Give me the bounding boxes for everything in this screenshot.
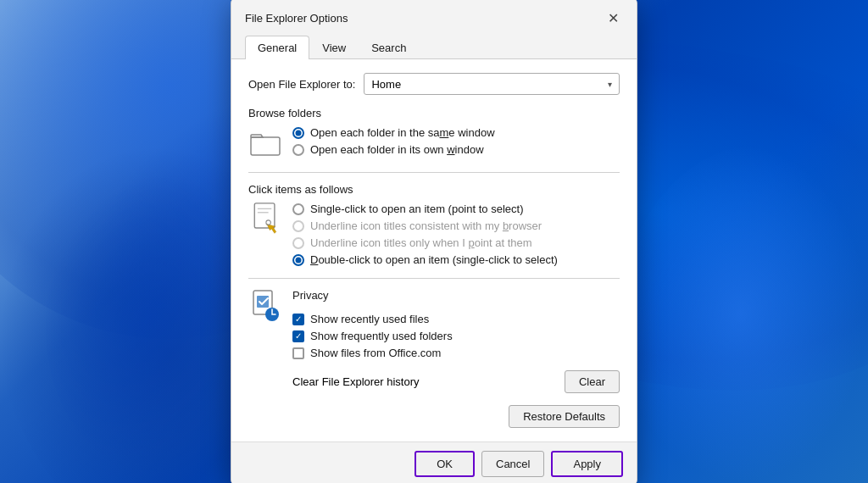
restore-defaults-row: Restore Defaults (248, 405, 620, 428)
click-option-double-label: Double-click to open an item (single-cli… (310, 253, 558, 266)
privacy-section: Privacy ✓ Show recently used files ✓ Sho… (248, 289, 620, 393)
privacy-option-frequent-folders[interactable]: ✓ Show frequently used folders (292, 330, 620, 342)
click-items-content: Single-click to open an item (point to s… (248, 203, 620, 266)
divider-1 (248, 172, 620, 173)
radio-double-click[interactable] (292, 254, 304, 266)
tab-view[interactable]: View (309, 36, 359, 59)
privacy-option-office-files-label: Show files from Office.com (310, 347, 441, 359)
privacy-options: Privacy ✓ Show recently used files ✓ Sho… (292, 289, 620, 393)
svg-rect-0 (251, 137, 280, 155)
click-items-options: Single-click to open an item (point to s… (292, 203, 558, 266)
open-file-explorer-select[interactable]: Home ▾ (364, 73, 620, 95)
privacy-option-office-files[interactable]: Show files from Office.com (292, 347, 620, 359)
dialog-body: Open File Explorer to: Home ▾ Browse fol… (231, 58, 637, 441)
checkbox-frequent-folders[interactable]: ✓ (292, 330, 304, 342)
click-option-single-label: Single-click to open an item (point to s… (310, 203, 523, 215)
privacy-option-recent-files-label: Show recently used files (310, 313, 429, 325)
click-option-underline-point: Underline icon titles only when I point … (292, 236, 558, 249)
open-file-explorer-value: Home (371, 78, 401, 91)
dialog-footer: OK Cancel Apply (231, 441, 637, 483)
checkbox-office-files[interactable] (292, 347, 304, 359)
apply-button[interactable]: Apply (551, 451, 623, 477)
click-option-underline-browser: Underline icon titles consistent with my… (292, 219, 558, 232)
open-file-explorer-row: Open File Explorer to: Home ▾ (248, 73, 620, 95)
privacy-option-frequent-folders-label: Show frequently used folders (310, 330, 453, 342)
click-option-underline-point-label: Underline icon titles only when I point … (310, 236, 532, 249)
radio-own-window[interactable] (292, 144, 304, 156)
clear-history-label: Clear File Explorer history (292, 375, 420, 388)
radio-same-window[interactable] (292, 127, 304, 139)
browse-option-own-window-label: Open each folder in its own window (310, 143, 484, 156)
privacy-title: Privacy (292, 289, 620, 302)
chevron-down-icon: ▾ (608, 80, 612, 89)
dialog-title: File Explorer Options (245, 12, 348, 25)
click-items-section: Click items as follows (248, 183, 620, 266)
radio-single-click[interactable] (292, 203, 304, 215)
checkbox-recent-files[interactable]: ✓ (292, 314, 304, 325)
radio-underline-point (292, 237, 304, 249)
file-explorer-options-dialog: File Explorer Options ✕ General View Sea… (231, 0, 637, 483)
browse-option-same-window[interactable]: Open each folder in the same window (292, 126, 495, 139)
ok-button[interactable]: OK (415, 451, 475, 477)
divider-2 (248, 278, 620, 279)
click-icon (248, 203, 282, 236)
click-option-underline-browser-label: Underline icon titles consistent with my… (310, 219, 542, 232)
browse-folders-options: Open each folder in the same window Open… (292, 126, 495, 156)
tab-search[interactable]: Search (359, 36, 419, 59)
clear-button[interactable]: Clear (565, 370, 620, 393)
cancel-button[interactable]: Cancel (481, 451, 544, 477)
browse-folders-section: Browse folders Open each folder in the s… (248, 107, 620, 160)
tab-general[interactable]: General (245, 36, 309, 59)
privacy-content: Privacy ✓ Show recently used files ✓ Sho… (248, 289, 620, 393)
tabs-container: General View Search (231, 28, 637, 58)
dialog-overlay: File Explorer Options ✕ General View Sea… (0, 0, 868, 483)
click-items-title: Click items as follows (248, 183, 620, 196)
restore-defaults-button[interactable]: Restore Defaults (509, 405, 620, 428)
privacy-option-recent-files[interactable]: ✓ Show recently used files (292, 313, 620, 325)
privacy-icon (248, 289, 282, 323)
title-bar: File Explorer Options ✕ (231, 0, 637, 28)
browse-folders-content: Open each folder in the same window Open… (248, 126, 620, 160)
radio-underline-browser (292, 220, 304, 232)
svg-rect-1 (254, 203, 275, 228)
clear-history-row: Clear File Explorer history Clear (292, 370, 620, 393)
browse-option-same-window-label: Open each folder in the same window (310, 126, 495, 139)
click-option-double[interactable]: Double-click to open an item (single-cli… (292, 253, 558, 266)
browse-option-own-window[interactable]: Open each folder in its own window (292, 143, 495, 156)
folder-icon (248, 126, 282, 160)
close-button[interactable]: ✕ (603, 8, 623, 28)
open-file-explorer-label: Open File Explorer to: (248, 78, 355, 91)
click-option-single[interactable]: Single-click to open an item (point to s… (292, 203, 558, 215)
browse-folders-title: Browse folders (248, 107, 620, 119)
